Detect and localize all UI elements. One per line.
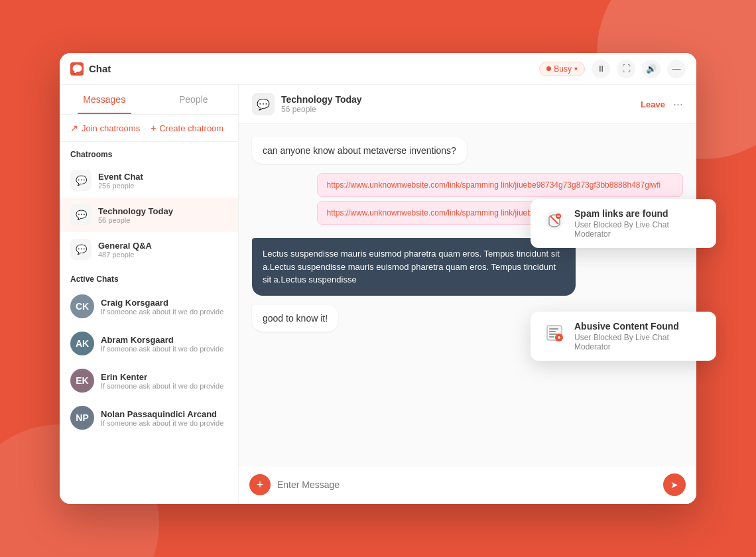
chat-room-icon: 💬 bbox=[252, 93, 275, 115]
join-label: Join chatrooms bbox=[82, 123, 140, 133]
person-info-craig: Craig Korsgaard If someone ask about it … bbox=[101, 298, 223, 316]
room-icon-general: 💬 bbox=[70, 239, 92, 260]
sidebar: Messages People ↗ Join chatrooms + Creat… bbox=[60, 85, 239, 504]
room-name-event: Event Chat bbox=[98, 172, 143, 182]
tabs: Messages People bbox=[60, 85, 238, 115]
tab-people[interactable]: People bbox=[149, 85, 239, 114]
chat-window: Chat Busy ▾ ⏸ ⛶ 🔊 — Messages People ↗ bbox=[60, 53, 696, 504]
active-chats-section-label: Active Chats bbox=[60, 267, 238, 288]
sidebar-actions: ↗ Join chatrooms + Create chatroom bbox=[60, 115, 238, 142]
chatroom-item-event[interactable]: 💬 Event Chat 256 people bbox=[60, 163, 238, 198]
person-status-erin: If someone ask about it we do provide bbox=[101, 382, 223, 390]
notification-spam-text: Spam links are found User Blocked By Liv… bbox=[574, 208, 704, 239]
chat-header-right: Leave ··· bbox=[641, 97, 683, 111]
svg-rect-8 bbox=[549, 336, 554, 338]
create-chatroom-link[interactable]: + Create chatroom bbox=[151, 123, 223, 133]
chat-area: 💬 Technology Today 56 people Leave ··· c… bbox=[239, 85, 696, 504]
status-badge[interactable]: Busy ▾ bbox=[539, 62, 585, 76]
notification-abusive-title: Abusive Content Found bbox=[574, 321, 704, 332]
chatroom-item-general[interactable]: 💬 General Q&A 487 people bbox=[60, 232, 238, 267]
person-item-craig[interactable]: CK Craig Korsgaard If someone ask about … bbox=[60, 288, 238, 325]
message-dark: Lectus suspendisse mauris euismod pharet… bbox=[252, 238, 576, 296]
main-layout: Messages People ↗ Join chatrooms + Creat… bbox=[60, 85, 696, 504]
room-icon-event: 💬 bbox=[70, 170, 92, 191]
chatrooms-section-label: Chatrooms bbox=[60, 142, 238, 163]
person-name-erin: Erin Kenter bbox=[101, 372, 223, 382]
minimize-button[interactable]: — bbox=[667, 60, 686, 78]
message-input-area: + ➤ bbox=[239, 465, 696, 504]
svg-rect-7 bbox=[549, 334, 557, 335]
notification-spam-title: Spam links are found bbox=[574, 208, 704, 219]
abusive-notification-icon bbox=[542, 321, 566, 345]
room-name-technology: Technology Today bbox=[98, 206, 173, 216]
person-info-nolan: Nolan Passaquindici Arcand If someone as… bbox=[101, 409, 223, 427]
avatar-erin: EK bbox=[70, 369, 94, 393]
send-button[interactable]: ➤ bbox=[663, 473, 686, 496]
status-label: Busy bbox=[554, 64, 572, 74]
message-bubble-good: good to know it! bbox=[252, 305, 338, 332]
message-bubble-1: can anyone know about metaverse inventio… bbox=[252, 137, 467, 164]
window-title: Chat bbox=[89, 63, 111, 74]
room-info-general: General Q&A 487 people bbox=[98, 241, 152, 259]
person-info-abram: Abram Korsgaard If someone ask about it … bbox=[101, 335, 223, 353]
room-name-general: General Q&A bbox=[98, 241, 152, 251]
room-count-general: 487 people bbox=[98, 251, 152, 259]
title-bar-left: Chat bbox=[70, 62, 111, 76]
person-status-craig: If someone ask about it we do provide bbox=[101, 308, 223, 316]
add-attachment-button[interactable]: + bbox=[249, 474, 271, 495]
person-info-erin: Erin Kenter If someone ask about it we d… bbox=[101, 372, 223, 390]
room-info-technology: Technology Today 56 people bbox=[98, 206, 173, 224]
messages-container: can anyone know about metaverse inventio… bbox=[239, 124, 696, 465]
chat-app-icon bbox=[70, 62, 84, 76]
status-dot bbox=[546, 66, 551, 71]
volume-button[interactable]: 🔊 bbox=[642, 60, 661, 78]
message-input[interactable] bbox=[277, 479, 657, 490]
notification-spam-subtitle: User Blocked By Live Chat Moderator bbox=[574, 220, 704, 239]
person-status-nolan: If someone ask about it we do provide bbox=[101, 419, 223, 427]
notification-spam: Spam links are found User Blocked By Liv… bbox=[531, 199, 716, 248]
join-icon: ↗ bbox=[70, 123, 78, 133]
notification-abusive: Abusive Content Found User Blocked By Li… bbox=[531, 312, 716, 361]
avatar-nolan: NP bbox=[70, 406, 94, 430]
svg-rect-5 bbox=[549, 328, 558, 330]
person-name-abram: Abram Korsgaard bbox=[101, 335, 223, 345]
plus-icon: + bbox=[151, 123, 156, 133]
pause-button[interactable]: ⏸ bbox=[592, 60, 610, 78]
person-name-nolan: Nolan Passaquindici Arcand bbox=[101, 409, 223, 419]
chat-room-people: 56 people bbox=[281, 105, 362, 114]
svg-rect-6 bbox=[549, 331, 556, 332]
room-icon-technology: 💬 bbox=[70, 204, 92, 225]
leave-button[interactable]: Leave bbox=[641, 99, 665, 109]
person-item-abram[interactable]: AK Abram Korsgaard If someone ask about … bbox=[60, 325, 238, 362]
create-label: Create chatroom bbox=[159, 123, 223, 133]
room-count-event: 256 people bbox=[98, 182, 143, 190]
notification-abusive-subtitle: User Blocked By Live Chat Moderator bbox=[574, 333, 704, 351]
title-bar: Chat Busy ▾ ⏸ ⛶ 🔊 — bbox=[60, 53, 696, 85]
join-chatrooms-link[interactable]: ↗ Join chatrooms bbox=[70, 123, 140, 133]
avatar-abram: AK bbox=[70, 332, 94, 355]
more-options-button[interactable]: ··· bbox=[673, 97, 683, 111]
room-info-event: Event Chat 256 people bbox=[98, 172, 143, 190]
person-name-craig: Craig Korsgaard bbox=[101, 298, 223, 308]
chevron-down-icon: ▾ bbox=[574, 65, 578, 72]
chat-header-left: 💬 Technology Today 56 people bbox=[252, 93, 362, 115]
person-item-nolan[interactable]: NP Nolan Passaquindici Arcand If someone… bbox=[60, 399, 238, 436]
tab-messages[interactable]: Messages bbox=[60, 85, 149, 114]
title-bar-right: Busy ▾ ⏸ ⛶ 🔊 — bbox=[539, 60, 686, 78]
message-bubble-dark: Lectus suspendisse mauris euismod pharet… bbox=[252, 238, 576, 296]
chatroom-item-technology[interactable]: 💬 Technology Today 56 people bbox=[60, 198, 238, 232]
chat-room-name: Technology Today bbox=[281, 94, 362, 105]
room-count-technology: 56 people bbox=[98, 216, 173, 224]
person-item-erin[interactable]: EK Erin Kenter If someone ask about it w… bbox=[60, 362, 238, 399]
spam-notification-icon bbox=[542, 208, 566, 232]
chat-room-info: Technology Today 56 people bbox=[281, 94, 362, 114]
expand-button[interactable]: ⛶ bbox=[617, 60, 635, 78]
spam-link-1: https://www.unknownwebsite.com/link/spam… bbox=[317, 173, 684, 197]
notification-abusive-text: Abusive Content Found User Blocked By Li… bbox=[574, 321, 704, 351]
message-1: can anyone know about metaverse inventio… bbox=[252, 137, 467, 164]
message-good: good to know it! bbox=[252, 305, 338, 332]
avatar-craig: CK bbox=[70, 294, 94, 318]
chat-header: 💬 Technology Today 56 people Leave ··· bbox=[239, 85, 696, 124]
person-status-abram: If someone ask about it we do provide bbox=[101, 345, 223, 353]
